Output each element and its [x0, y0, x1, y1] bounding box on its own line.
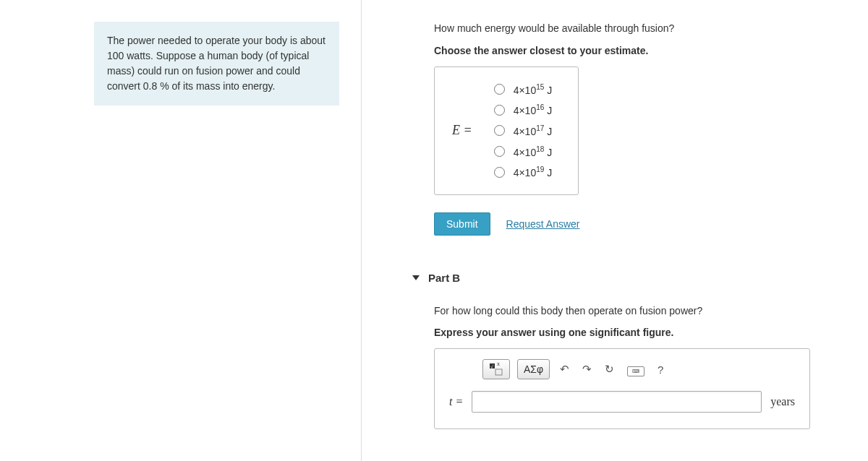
- submit-button[interactable]: Submit: [434, 212, 490, 236]
- part-b-answer-box: x √ ΑΣφ ↶ ↷ ↻ ⌨ ? t = years: [434, 348, 810, 429]
- radio-4[interactable]: [494, 146, 505, 157]
- equals-label: E =: [452, 123, 472, 138]
- option-2-label: 4×1016 J: [514, 103, 553, 116]
- part-a-question: How much energy would be available throu…: [434, 22, 839, 36]
- radio-5[interactable]: [494, 167, 505, 178]
- input-row: t = years: [449, 391, 795, 413]
- svg-text:√: √: [490, 364, 493, 370]
- caret-down-icon[interactable]: [412, 275, 420, 280]
- fraction-button[interactable]: x √: [482, 359, 510, 379]
- option-2[interactable]: 4×1016 J: [494, 103, 553, 116]
- option-3-label: 4×1017 J: [514, 124, 553, 137]
- option-4-label: 4×1018 J: [514, 145, 553, 158]
- option-1[interactable]: 4×1015 J: [494, 83, 553, 96]
- input-label: t =: [449, 395, 463, 408]
- fraction-icon: x √: [489, 363, 503, 376]
- problem-panel: The power needed to operate your body is…: [0, 0, 362, 461]
- options-list: 4×1015 J 4×1016 J 4×1017 J 4×1018 J 4×10…: [494, 83, 553, 178]
- option-5[interactable]: 4×1019 J: [494, 165, 553, 178]
- reset-icon[interactable]: ↻: [602, 363, 617, 376]
- toolbar: x √ ΑΣφ ↶ ↷ ↻ ⌨ ?: [482, 359, 795, 379]
- info-text: The power needed to operate your body is…: [107, 35, 326, 92]
- part-b-title: Part B: [428, 272, 460, 284]
- option-3[interactable]: 4×1017 J: [494, 124, 553, 137]
- option-4[interactable]: 4×1018 J: [494, 145, 553, 158]
- part-b-question: For how long could this body then operat…: [434, 304, 839, 319]
- part-b-header: Part B: [412, 272, 839, 284]
- option-5-label: 4×1019 J: [514, 165, 553, 178]
- info-box: The power needed to operate your body is…: [94, 22, 339, 105]
- redo-icon[interactable]: ↷: [579, 363, 595, 376]
- greek-button[interactable]: ΑΣφ: [517, 359, 550, 379]
- svg-rect-3: [495, 369, 502, 375]
- radio-1[interactable]: [494, 84, 505, 95]
- keyboard-icon[interactable]: ⌨: [624, 363, 647, 376]
- svg-text:x: x: [497, 363, 500, 367]
- radio-3[interactable]: [494, 125, 505, 136]
- unit-label: years: [770, 395, 795, 408]
- part-a-answer-box: E = 4×1015 J 4×1016 J 4×1017 J 4×1018 J: [434, 66, 579, 195]
- request-answer-link[interactable]: Request Answer: [506, 218, 580, 230]
- part-a-instruction: Choose the answer closest to your estima…: [434, 45, 839, 56]
- part-a-buttons: Submit Request Answer: [434, 212, 839, 236]
- help-icon[interactable]: ?: [655, 363, 666, 376]
- time-input[interactable]: [472, 391, 762, 413]
- part-b-instruction: Express your answer using one significan…: [434, 327, 839, 338]
- radio-2[interactable]: [494, 105, 505, 116]
- option-1-label: 4×1015 J: [514, 83, 553, 96]
- undo-icon[interactable]: ↶: [557, 363, 572, 376]
- answer-panel: How much energy would be available throu…: [362, 0, 868, 461]
